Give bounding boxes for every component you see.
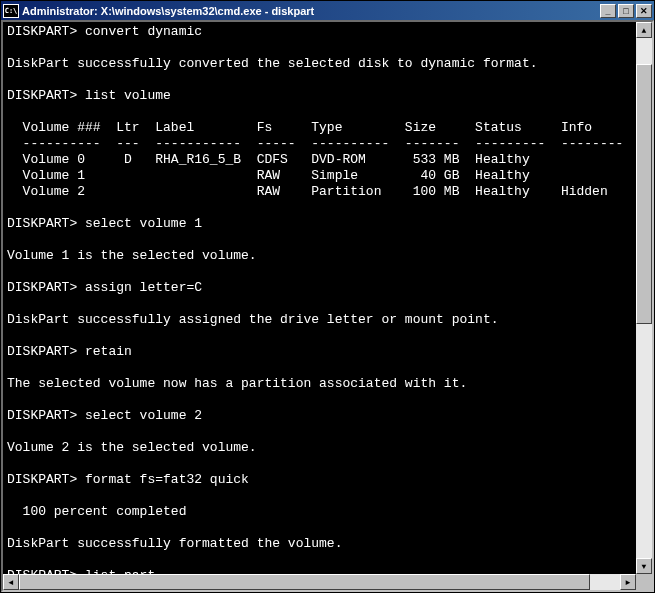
cmd-window: C:\ Administrator: X:\windows\system32\c…	[0, 0, 655, 593]
console-scroll-wrap: DISKPART> convert dynamic DiskPart succe…	[3, 22, 652, 574]
scroll-right-button[interactable]: ►	[620, 574, 636, 590]
client-area: DISKPART> convert dynamic DiskPart succe…	[1, 20, 654, 592]
scroll-down-button[interactable]: ▼	[636, 558, 652, 574]
horizontal-scroll-thumb[interactable]	[19, 574, 590, 590]
titlebar[interactable]: C:\ Administrator: X:\windows\system32\c…	[1, 1, 654, 20]
system-menu-icon[interactable]: C:\	[3, 4, 19, 18]
close-button[interactable]: ✕	[636, 4, 652, 18]
horizontal-scrollbar[interactable]: ◄ ►	[3, 574, 652, 590]
vertical-scrollbar[interactable]: ▲ ▼	[636, 22, 652, 574]
window-title: Administrator: X:\windows\system32\cmd.e…	[22, 5, 600, 17]
size-grip[interactable]	[636, 574, 652, 590]
console-output[interactable]: DISKPART> convert dynamic DiskPart succe…	[3, 22, 636, 574]
horizontal-scroll-track[interactable]	[19, 574, 620, 590]
scroll-left-button[interactable]: ◄	[3, 574, 19, 590]
vertical-scroll-thumb[interactable]	[636, 64, 652, 324]
maximize-button[interactable]: □	[618, 4, 634, 18]
scroll-up-button[interactable]: ▲	[636, 22, 652, 38]
minimize-button[interactable]: _	[600, 4, 616, 18]
vertical-scroll-track[interactable]	[636, 38, 652, 558]
window-controls: _ □ ✕	[600, 4, 652, 18]
